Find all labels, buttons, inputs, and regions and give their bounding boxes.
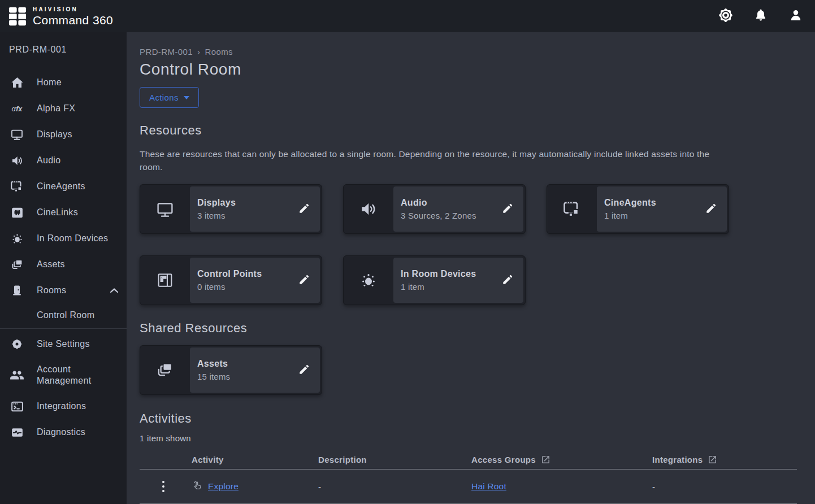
control-points-icon (140, 256, 190, 305)
pencil-icon (298, 273, 310, 288)
sidebar-item-control-room[interactable]: Control Room (0, 303, 127, 327)
breadcrumb-separator: › (197, 47, 200, 57)
audio-icon (9, 154, 25, 168)
resource-card-control-points: Control Points 0 items (140, 255, 322, 305)
resource-card-in-room-devices: In Room Devices 1 item (343, 255, 526, 305)
resource-card-displays: Displays 3 items (140, 184, 322, 234)
pencil-icon (705, 202, 717, 216)
settings-icon (717, 7, 734, 25)
resource-card-cineagents: CineAgents 1 item (547, 184, 729, 234)
site-label: PRD-RM-001 (0, 45, 127, 55)
bell-icon (753, 8, 768, 24)
row-kebab-menu-button[interactable] (157, 479, 170, 494)
pencil-icon (501, 202, 514, 216)
sidebar-item-rooms[interactable]: Rooms (0, 277, 127, 303)
sidebar-item-displays[interactable]: Displays (0, 121, 127, 147)
breadcrumb-parent-link[interactable]: PRD-RM-001 (140, 47, 193, 57)
sidebar-item-cinelinks[interactable]: CineLinks (0, 199, 127, 225)
activities-count: 1 item shown (140, 433, 797, 443)
activities-table: Activity Description Access Groups Integ… (140, 450, 797, 504)
sidebar-item-audio[interactable]: Audio (0, 147, 127, 173)
pencil-icon (298, 202, 310, 216)
rooms-icon (9, 284, 25, 297)
cineagents-icon (547, 185, 597, 233)
sidebar-item-home[interactable]: Home (0, 69, 127, 95)
chevron-down-icon (184, 96, 189, 99)
actions-button[interactable]: Actions (140, 87, 199, 108)
pencil-icon (298, 363, 310, 377)
terminal-icon (9, 399, 25, 414)
display-icon (140, 185, 190, 233)
breadcrumb: PRD-RM-001 › Rooms (140, 47, 797, 57)
integrations-cell: - (652, 482, 797, 492)
home-icon (9, 76, 25, 90)
column-header-activity: Activity (192, 455, 318, 464)
account-button[interactable] (787, 7, 805, 25)
sidebar-item-in-room-devices[interactable]: In Room Devices (0, 225, 127, 251)
sidebar-item-cineagents[interactable]: CineAgents (0, 173, 127, 199)
sidebar-item-site-settings[interactable]: Site Settings (0, 331, 127, 357)
cineagents-icon (9, 179, 25, 194)
diagnostics-icon (9, 425, 25, 440)
sidebar-item-diagnostics[interactable]: Diagnostics (0, 419, 127, 445)
page-title: Control Room (140, 60, 797, 79)
sidebar: PRD-RM-001 Home αfx Alpha FX Displa (0, 32, 127, 504)
access-group-link[interactable]: Hai Root (471, 481, 506, 491)
users-icon (9, 368, 25, 383)
brand-haivision: HAIVISION (33, 7, 113, 12)
gear-icon (9, 337, 25, 351)
external-link-icon[interactable] (708, 455, 717, 464)
shared-resources-heading: Shared Resources (140, 321, 797, 336)
resources-heading: Resources (140, 123, 797, 138)
in-room-devices-icon (9, 232, 25, 246)
sidebar-item-account-management[interactable]: Account Management (0, 357, 127, 393)
brand-logo[interactable]: HAIVISION Command 360 (8, 6, 113, 27)
column-header-integrations: Integrations (652, 455, 797, 464)
in-room-devices-icon (344, 256, 393, 305)
edit-in-room-devices-button[interactable] (500, 272, 515, 288)
assets-icon (140, 346, 190, 394)
description-cell: - (318, 482, 471, 492)
pencil-icon (501, 273, 514, 288)
audio-icon (344, 185, 393, 233)
resource-card-audio: Audio 3 Sources, 2 Zones (343, 184, 526, 234)
alpha-fx-icon: αfx (9, 105, 25, 113)
resources-description: These are resources that can only be all… (140, 147, 719, 173)
shared-card-assets: Assets 15 items (140, 345, 322, 395)
explore-gesture-icon (192, 480, 203, 494)
edit-control-points-button[interactable] (296, 272, 312, 288)
table-row: Explore - Hai Root - (140, 470, 797, 503)
edit-assets-button[interactable] (296, 362, 312, 378)
edit-displays-button[interactable] (296, 201, 312, 217)
breadcrumb-rooms-link[interactable]: Rooms (205, 47, 233, 57)
edit-cineagents-button[interactable] (703, 201, 719, 217)
assets-icon (9, 258, 25, 272)
sidebar-item-assets[interactable]: Assets (0, 251, 127, 277)
cinelinks-icon (9, 206, 25, 220)
settings-button[interactable] (717, 7, 735, 25)
command360-grid-icon (8, 6, 27, 27)
main-content: PRD-RM-001 › Rooms Control Room Actions … (127, 32, 815, 504)
sidebar-item-integrations[interactable]: Integrations (0, 393, 127, 419)
resources-card-grid: Displays 3 items (140, 184, 797, 305)
person-icon (788, 8, 803, 24)
explore-link[interactable]: Explore (208, 481, 239, 492)
display-icon (9, 128, 25, 141)
edit-audio-button[interactable] (500, 201, 515, 217)
top-header: HAIVISION Command 360 (0, 0, 815, 32)
chevron-up-icon (110, 285, 119, 296)
table-header-row: Activity Description Access Groups Integ… (140, 450, 797, 469)
external-link-icon[interactable] (541, 455, 550, 464)
column-header-description: Description (318, 455, 471, 464)
column-header-access-groups: Access Groups (471, 455, 652, 464)
notifications-button[interactable] (752, 7, 770, 25)
brand-command360: Command 360 (33, 14, 113, 26)
activities-heading: Activities (140, 411, 797, 426)
shared-resources-card-grid: Assets 15 items (140, 345, 797, 395)
sidebar-divider (0, 328, 127, 329)
sidebar-item-alpha-fx[interactable]: αfx Alpha FX (0, 95, 127, 121)
